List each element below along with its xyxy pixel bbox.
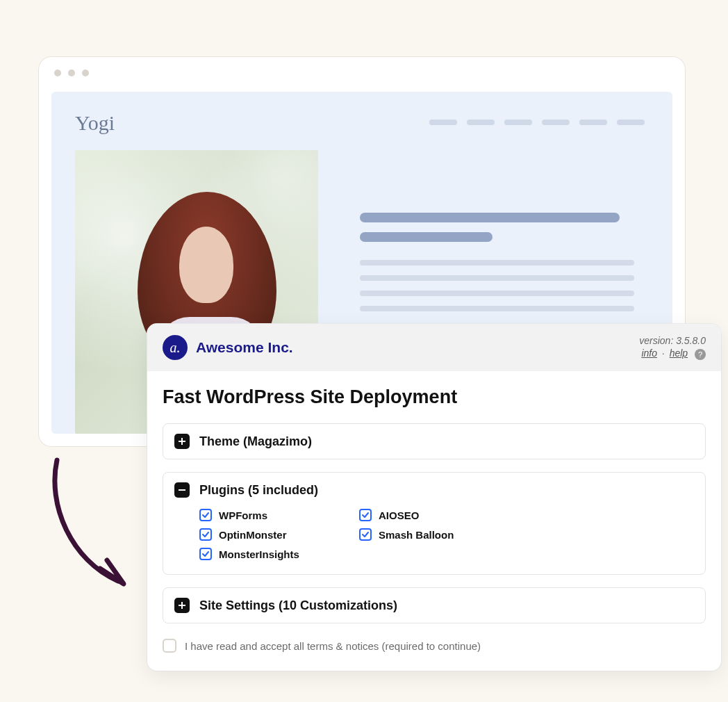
accordion-label: Plugins (5 included) (199, 483, 318, 498)
window-dot (68, 70, 75, 76)
brand-name: Awesome Inc. (196, 339, 293, 356)
accordion-plugins: Plugins (5 included) WPForms AIOSEO Opti… (163, 472, 706, 575)
plugin-item[interactable]: AIOSEO (359, 509, 498, 521)
expand-icon[interactable] (174, 434, 190, 449)
checkbox-checked-icon[interactable] (359, 509, 372, 521)
accordion-label: Theme (Magazimo) (199, 434, 312, 449)
plugin-label: WPForms (219, 509, 267, 521)
window-dot (82, 70, 89, 76)
version-label: version: 3.5.8.0 (639, 335, 706, 346)
info-link[interactable]: info (641, 348, 657, 359)
plugin-label: AIOSEO (379, 509, 419, 521)
nav-skeleton (429, 120, 645, 125)
plugin-label: OptinMonster (219, 529, 287, 541)
window-dot (54, 70, 61, 76)
svg-rect-1 (179, 441, 185, 442)
checkbox-checked-icon[interactable] (359, 528, 372, 541)
help-link[interactable]: help (670, 348, 688, 359)
separator: · (662, 348, 665, 359)
checkbox-checked-icon[interactable] (199, 528, 212, 541)
svg-rect-4 (179, 605, 185, 606)
plugin-item[interactable]: MonsterInsights (199, 548, 338, 560)
plugin-item[interactable]: WPForms (199, 509, 338, 521)
checkbox-checked-icon[interactable] (199, 509, 212, 521)
plugin-label: Smash Balloon (379, 529, 454, 541)
accordion-plugins-header[interactable]: Plugins (5 included) (174, 482, 694, 498)
brand-logo: a. (163, 335, 188, 360)
terms-label: I have read and accept all terms & notic… (185, 640, 481, 652)
panel-title: Fast WordPress Site Deployment (163, 386, 706, 408)
terms-checkbox[interactable] (163, 639, 176, 653)
deploy-panel: a. Awesome Inc. version: 3.5.8.0 info · … (147, 324, 721, 671)
svg-rect-2 (179, 489, 185, 491)
panel-header: a. Awesome Inc. version: 3.5.8.0 info · … (147, 324, 721, 371)
expand-icon[interactable] (174, 598, 190, 613)
plugin-item[interactable]: OptinMonster (199, 528, 338, 541)
plugin-item[interactable]: Smash Balloon (359, 528, 498, 541)
terms-row[interactable]: I have read and accept all terms & notic… (163, 636, 706, 653)
arrow-icon (36, 456, 147, 595)
accordion-theme[interactable]: Theme (Magazimo) (163, 423, 706, 459)
accordion-label: Site Settings (10 Customizations) (199, 598, 397, 613)
help-icon[interactable]: ? (695, 349, 706, 360)
window-controls (39, 57, 685, 89)
accordion-settings[interactable]: Site Settings (10 Customizations) (163, 587, 706, 623)
plugin-label: MonsterInsights (219, 548, 299, 560)
checkbox-checked-icon[interactable] (199, 548, 212, 560)
collapse-icon[interactable] (174, 482, 190, 498)
